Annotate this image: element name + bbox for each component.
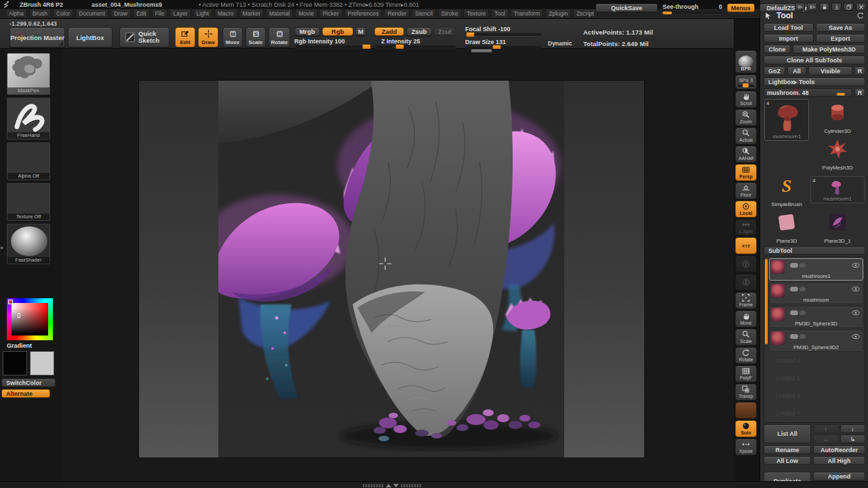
canvas-area[interactable] [62,49,734,483]
window-control-button[interactable] [819,3,829,11]
tool-slot[interactable]: Cylinder3D [810,99,865,134]
subtool-move-arrow-button[interactable]: → [813,434,839,443]
right-shelf-button[interactable]: Persp [735,164,757,181]
menu-item[interactable]: Tool [491,9,509,18]
menu-item[interactable]: Movie [295,9,317,18]
subtool-move-arrow-button[interactable]: ↓ [840,424,866,433]
left-tray-arrow[interactable]: ▸ [1,244,4,251]
menu-item[interactable]: Preferences [344,9,382,18]
right-shelf-button[interactable]: AAHalf [735,146,757,163]
right-shelf-button[interactable]: Local [735,201,757,218]
bottom-tray-divider[interactable] [363,483,421,487]
menu-item[interactable]: Zplugin [545,9,571,18]
right-shelf-button[interactable]: Scroll [735,91,757,108]
current-texture-thumbnail[interactable]: Texture Off [7,183,50,221]
menu-item[interactable]: Stencil [412,9,436,18]
window-control-button[interactable] [844,3,854,11]
subtool-scrollbar[interactable] [765,259,768,344]
clone-all-subtools-button[interactable]: Clone All SubTools [764,56,865,64]
menu-item[interactable]: Render [384,9,410,18]
right-shelf-button[interactable]: Rotate [735,347,757,364]
subtool-toggles[interactable] [790,334,806,339]
alternate-button[interactable]: Alternate [1,389,50,398]
zadd-button[interactable]: Zadd [374,27,404,36]
tool-slot[interactable]: SimpleBrush [764,172,809,207]
focal-shift-slider[interactable]: Focal Shift -100 [465,26,541,36]
see-through-slider[interactable]: See-through 0 [663,3,722,14]
right-shelf-button[interactable]: Floor [735,182,757,199]
menu-item[interactable]: File [152,9,168,18]
top-tray-handle[interactable] [471,49,492,53]
visibility-eye-icon[interactable] [852,262,860,268]
refresh-icon[interactable] [856,12,865,20]
menu-item[interactable]: Picker [319,9,342,18]
lightbox-tools-button[interactable]: Lightbox▸ Tools [764,77,865,86]
color-picker-inner-square[interactable] [12,303,48,336]
subtool-toggles[interactable] [790,287,806,291]
tool-slot[interactable]: Plane3D [764,209,809,244]
list-all-button[interactable]: List All [764,424,811,443]
right-shelf-button[interactable]: Scale [735,329,757,346]
z-intensity-slider[interactable]: Z Intensity 25 [374,38,456,48]
quicksave-button[interactable]: QuickSave [595,3,658,12]
right-shelf-button[interactable]: Move [735,310,757,327]
current-material-thumbnail[interactable]: FastShader [7,224,50,264]
quick-sketch-button[interactable]: Quick Sketch [119,27,170,47]
visibility-eye-icon[interactable] [852,310,860,316]
right-shelf-button[interactable]: Frame [735,292,757,309]
menu-item[interactable]: Layer [170,9,191,18]
right-shelf-button[interactable]: Solo [735,420,757,437]
secondary-color-swatch[interactable] [30,351,54,375]
menu-item[interactable]: Brush [29,9,51,18]
visibility-eye-icon[interactable] [852,286,860,292]
zcut-button[interactable]: Zcut [434,27,456,36]
current-alpha-thumbnail[interactable]: Alpha Off [7,142,50,180]
divider-down-arrow[interactable] [393,484,399,487]
menu-item[interactable]: Transform [511,9,543,18]
switch-color-button[interactable]: SwitchColor [1,378,56,387]
dynamic-label[interactable]: Dynamic [548,40,572,47]
window-control-button[interactable] [807,3,817,11]
goz-button[interactable]: GoZ [764,66,785,75]
current-stroke-thumbnail[interactable]: FreeHand [7,98,50,140]
subtool-item[interactable]: PM3D_Sphere3D [769,306,863,328]
lightbox-button[interactable]: LightBox [68,27,113,47]
import-button[interactable]: Import [764,34,814,43]
tool-slot[interactable]: 4 mushroom1 [764,99,809,141]
draw-size-slider[interactable]: Draw Size 131 [465,39,541,49]
edit-mode-button[interactable]: Edit [175,27,195,47]
menu-item[interactable]: Macro [214,9,237,18]
right-shelf-button[interactable]: Xpose [735,439,757,455]
right-shelf-button[interactable]: Actual [735,127,757,144]
make-polymesh3d-button[interactable]: Make PolyMesh3D [793,45,865,54]
menu-item[interactable]: Light [193,9,212,18]
right-shelf-button[interactable]: PolyF [735,365,757,382]
document-frame[interactable] [138,80,645,458]
mrgb-button[interactable]: Mrgb [294,27,320,36]
move-mode-button[interactable]: Move [222,27,243,47]
rgb-intensity-slider[interactable]: Rgb Intensity 100 [294,38,368,48]
autoreorder-button[interactable]: AutoReorder [813,445,865,454]
right-shelf-button[interactable] [735,237,757,254]
menu-item[interactable]: Color [53,9,73,18]
subtool-item[interactable]: PM3D_Sphere3D2 [769,329,863,352]
right-shelf-button[interactable] [735,274,757,291]
menus-toggle-button[interactable]: Menus [727,3,755,12]
save-as-button[interactable]: Save As [816,23,866,32]
tool-r-button[interactable]: R [854,88,865,97]
menu-item[interactable]: Draw [111,9,131,18]
projection-master-button[interactable]: Projection Master [9,27,65,47]
subtool-move-arrow-button[interactable]: ↳ [840,434,866,443]
export-button[interactable]: Export [816,34,866,43]
load-tool-button[interactable]: Load Tool [764,23,814,32]
subtool-toggles[interactable] [790,263,806,268]
menu-item[interactable]: Marker [239,9,264,18]
window-control-button[interactable] [795,3,805,11]
menu-item[interactable]: Material [266,9,293,18]
right-shelf-button[interactable]: SPix 3 [735,75,757,89]
rename-button[interactable]: Rename [764,445,811,454]
m-button[interactable]: M [355,27,366,36]
subtool-section-header[interactable]: SubTool [764,246,865,255]
menu-item[interactable]: Document [75,9,108,18]
right-shelf-button[interactable] [735,256,757,272]
